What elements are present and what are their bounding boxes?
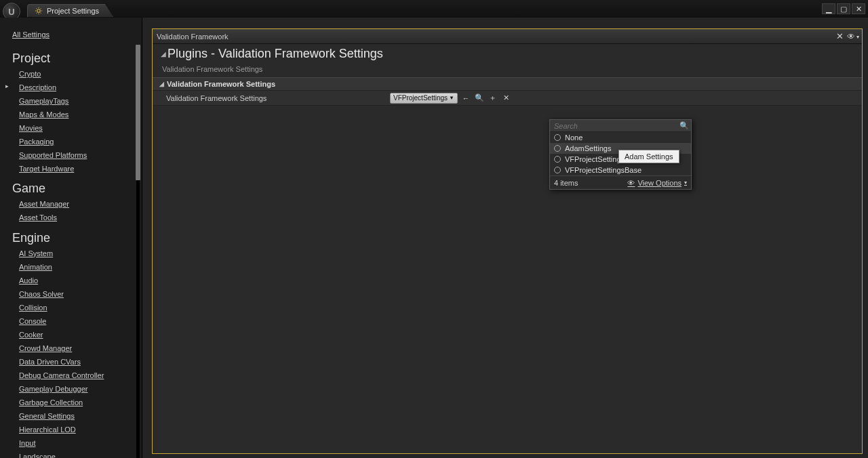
back-arrow-button[interactable]: ← xyxy=(460,93,471,104)
page-title-text: Plugins - Validation Framework Settings xyxy=(167,47,383,61)
panel-header: Validation Framework ✕ 👁 ▾ xyxy=(153,29,862,44)
search-icon: 🔍 xyxy=(679,121,689,130)
section-triangle-icon: ◢ xyxy=(159,81,164,87)
tooltip-text: Adam Settings xyxy=(625,152,673,161)
clear-button[interactable]: ✕ xyxy=(501,93,512,104)
sidebar-item-garbage-collection[interactable]: Garbage Collection xyxy=(19,397,135,409)
tooltip: Adam Settings xyxy=(618,150,679,163)
settings-panel: Validation Framework ✕ 👁 ▾ ◢ Plugins - V… xyxy=(152,28,863,454)
svg-point-0 xyxy=(37,9,41,13)
sidebar-item-supported-platforms[interactable]: Supported Platforms xyxy=(19,150,135,161)
settings-sidebar: All Settings Project Crypto Description … xyxy=(0,18,142,458)
sidebar-item-description[interactable]: Description xyxy=(19,82,135,93)
sidebar-item-asset-manager[interactable]: Asset Manager xyxy=(19,199,135,210)
property-label: Validation Framework Settings xyxy=(153,94,390,102)
sidebar-all-settings[interactable]: All Settings xyxy=(12,29,135,41)
dropdown-item-none[interactable]: None xyxy=(550,132,691,143)
sidebar-item-hierarchical-lod[interactable]: Hierarchical LOD xyxy=(19,424,135,436)
sidebar-scrollbar-thumb[interactable] xyxy=(136,45,140,180)
sidebar-item-animation[interactable]: Animation xyxy=(19,262,135,273)
sidebar-item-ai-system[interactable]: AI System xyxy=(19,248,135,259)
sidebar-item-data-driven-cvars[interactable]: Data Driven CVars xyxy=(19,356,135,368)
sidebar-item-asset-tools[interactable]: Asset Tools xyxy=(19,212,135,224)
combo-value-text: VFProjectSettings xyxy=(393,94,448,102)
dropdown-item-label: VFProjectSettings xyxy=(565,155,625,163)
class-picker-combo[interactable]: VFProjectSettings ▼ xyxy=(390,93,458,104)
sidebar-item-general-settings[interactable]: General Settings xyxy=(19,411,135,422)
chevron-down-icon: ▾ xyxy=(684,180,687,186)
eye-icon: 👁 xyxy=(627,179,635,187)
view-options-button[interactable]: 👁 View Options ▾ xyxy=(627,179,687,187)
chevron-down-icon: ▾ xyxy=(856,34,859,40)
page-subtitle: Validation Framework Settings xyxy=(153,62,862,77)
panel-close-button[interactable]: ✕ xyxy=(835,31,844,41)
sidebar-item-maps-modes[interactable]: Maps & Modes xyxy=(19,109,135,121)
sidebar-heading-project: Project xyxy=(12,51,135,66)
sidebar-item-gameplay-debugger[interactable]: Gameplay Debugger xyxy=(19,383,135,395)
title-bar: ▁ ▢ ✕ xyxy=(0,0,868,18)
visibility-dropdown[interactable]: 👁 ▾ xyxy=(847,32,859,41)
section-header[interactable]: ◢ Validation Framework Settings xyxy=(153,77,862,91)
radio-icon xyxy=(554,167,561,173)
sidebar-item-packaging[interactable]: Packaging xyxy=(19,136,135,148)
sidebar-item-chaos-solver[interactable]: Chaos Solver xyxy=(19,289,135,300)
sidebar-heading-game: Game xyxy=(12,182,135,196)
property-value: VFProjectSettings ▼ ← 🔍 ＋ ✕ xyxy=(390,93,512,104)
sidebar-item-audio[interactable]: Audio xyxy=(19,275,135,287)
search-icon: 🔍 xyxy=(475,93,484,102)
dropdown-item-label: AdamSettings xyxy=(565,144,611,152)
view-options-label: View Options xyxy=(637,179,682,187)
property-row: Validation Framework Settings VFProjectS… xyxy=(153,91,862,106)
tab-project-settings[interactable]: Project Settings xyxy=(27,4,113,17)
dropdown-item-label: VFProjectSettingsBase xyxy=(565,166,642,174)
content-area: Validation Framework ✕ 👁 ▾ ◢ Plugins - V… xyxy=(142,18,868,458)
plus-icon: ＋ xyxy=(489,93,496,103)
sidebar-item-crypto[interactable]: Crypto xyxy=(19,68,135,80)
radio-icon xyxy=(554,145,561,152)
window-maximize-button[interactable]: ▢ xyxy=(837,3,850,14)
sidebar-item-collision[interactable]: Collision xyxy=(19,302,135,314)
sidebar-item-console[interactable]: Console xyxy=(19,316,135,327)
section-header-text: Validation Framework Settings xyxy=(167,80,275,88)
dropdown-search-input[interactable] xyxy=(550,120,691,131)
gear-icon xyxy=(35,7,43,15)
dropdown-item-vfprojectsettingsbase[interactable]: VFProjectSettingsBase xyxy=(550,165,691,175)
sidebar-item-target-hardware[interactable]: Target Hardware xyxy=(19,163,135,175)
eye-icon: 👁 xyxy=(847,32,855,41)
window-close-button[interactable]: ✕ xyxy=(852,3,865,14)
add-button[interactable]: ＋ xyxy=(488,93,498,104)
chevron-down-icon: ▼ xyxy=(449,95,454,101)
sidebar-item-landscape[interactable]: Landscape xyxy=(19,451,135,458)
browse-button[interactable]: 🔍 xyxy=(474,93,485,104)
close-icon: ✕ xyxy=(503,93,509,102)
sidebar-item-gameplaytags[interactable]: GameplayTags xyxy=(19,96,135,107)
window-minimize-button[interactable]: ▁ xyxy=(822,3,835,14)
dropdown-footer: 4 items 👁 View Options ▾ xyxy=(550,175,691,189)
sidebar-item-debug-camera-controller[interactable]: Debug Camera Controller xyxy=(19,370,135,381)
tab-label: Project Settings xyxy=(47,7,99,15)
collapse-triangle-icon[interactable]: ◢ xyxy=(161,50,166,58)
panel-header-title: Validation Framework xyxy=(157,33,229,41)
sidebar-item-cooker[interactable]: Cooker xyxy=(19,329,135,341)
dropdown-search-row: 🔍 xyxy=(550,120,691,132)
dropdown-item-label: None xyxy=(565,133,583,142)
page-title: ◢ Plugins - Validation Framework Setting… xyxy=(153,44,862,62)
sidebar-item-movies[interactable]: Movies xyxy=(19,123,135,134)
sidebar-item-input[interactable]: Input xyxy=(19,438,135,449)
document-tab-strip: Project Settings xyxy=(27,4,113,17)
radio-icon xyxy=(554,156,561,163)
panel-body: ◢ Plugins - Validation Framework Setting… xyxy=(153,44,862,453)
radio-icon xyxy=(554,134,561,141)
dropdown-count: 4 items xyxy=(554,179,578,187)
sidebar-heading-engine: Engine xyxy=(12,231,135,245)
sidebar-item-crowd-manager[interactable]: Crowd Manager xyxy=(19,343,135,354)
